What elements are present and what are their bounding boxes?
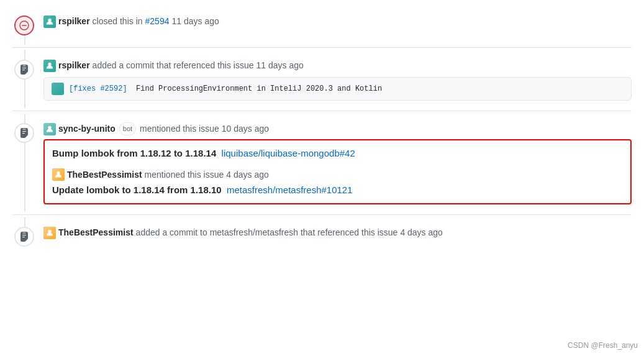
commit-ref-event: TheBestPessimist added a commit to metas… <box>12 217 632 256</box>
divider-3 <box>12 214 632 215</box>
commit-ref-icon <box>19 232 29 242</box>
commit-icon <box>19 65 29 75</box>
sub-mention-header: TheBestPessimist mentioned this issue 4 … <box>52 168 623 181</box>
avatar-best-1 <box>52 168 65 181</box>
update-text: Update lombok to 1.18.14 from 1.18.10 <box>52 185 222 195</box>
actor-name-2: rspilker <box>58 59 90 72</box>
closed-time: 11 days ago <box>171 15 219 28</box>
closed-circle <box>14 16 34 35</box>
commit-action: added a commit that referenced this issu… <box>93 59 254 72</box>
commit-ref-icon-wrapper <box>12 225 36 249</box>
mention-event: sync-by-unito bot mentioned this issue 1… <box>12 114 632 212</box>
avatar-best-2 <box>43 227 56 239</box>
actor-sync: sync-by-unito <box>58 122 116 135</box>
mention-icon-wrapper <box>12 121 36 145</box>
mention-icon <box>19 128 29 138</box>
closed-ref-link[interactable]: #2594 <box>145 15 170 28</box>
sub-time: 4 days ago <box>226 170 269 180</box>
commit-avatar <box>52 83 64 95</box>
fixes-link[interactable]: [fixes #2592] <box>69 84 127 93</box>
commit-ref-header: TheBestPessimist added a commit to metas… <box>43 226 632 239</box>
commit-header: rspilker added a commit that referenced … <box>43 59 632 72</box>
mention-circle <box>14 123 34 143</box>
avatar-rspilker-1 <box>43 16 56 28</box>
bump-mention: Bump lombok from 1.18.12 to 1.18.14 liqu… <box>52 147 623 161</box>
no-entry-icon <box>19 21 29 30</box>
commit-ref-action: added a commit to metasfresh/metasfresh … <box>136 226 398 239</box>
commit-icon-wrapper <box>12 58 36 81</box>
commit-ref-time: 4 days ago <box>400 226 443 239</box>
commit-ref-content: TheBestPessimist added a commit to metas… <box>43 225 632 239</box>
closed-event: rspilker closed this in #2594 11 days ag… <box>12 6 632 45</box>
sub-action: mentioned this issue <box>145 170 224 180</box>
commit-content: rspilker added a commit that referenced … <box>43 58 632 101</box>
actor-best: TheBestPessimist <box>58 226 134 239</box>
mention-time: 10 days ago <box>222 122 269 135</box>
svg-rect-1 <box>22 25 27 26</box>
bump-link[interactable]: liquibase/liquibase-mongodb#42 <box>222 148 355 158</box>
commit-time: 11 days ago <box>256 59 304 72</box>
closed-header: rspilker closed this in #2594 11 days ag… <box>43 15 632 28</box>
update-mention: Update lombok to 1.18.14 from 1.18.10 me… <box>52 183 623 198</box>
divider-1 <box>12 47 632 48</box>
closed-icon-wrapper <box>12 14 36 37</box>
commit-event: rspilker added a commit that referenced … <box>12 50 632 108</box>
commit-ref-circle <box>14 227 34 247</box>
mention-action: mentioned this issue <box>140 122 219 135</box>
sub-actor: TheBestPessimist <box>67 170 142 180</box>
divider-2 <box>12 111 632 111</box>
sub-mention: TheBestPessimist mentioned this issue 4 … <box>52 168 623 198</box>
mention-header: sync-by-unito bot mentioned this issue 1… <box>43 122 632 135</box>
commit-box: [fixes #2592] Find ProcessingEnvironment… <box>43 77 632 101</box>
update-link[interactable]: metasfresh/metasfresh#10121 <box>227 185 353 195</box>
mention-content-wrapper: sync-by-unito bot mentioned this issue 1… <box>43 121 632 204</box>
bump-text: Bump lombok from 1.18.12 to 1.18.14 <box>52 148 216 158</box>
bot-badge: bot <box>119 122 136 135</box>
commit-circle <box>14 60 34 80</box>
actor-name-1: rspilker <box>58 15 90 28</box>
avatar-rspilker-2 <box>43 60 56 72</box>
commit-message: [fixes #2592] Find ProcessingEnvironment… <box>69 84 382 93</box>
highlight-box: Bump lombok from 1.18.12 to 1.18.14 liqu… <box>43 139 632 204</box>
commit-body: Find ProcessingEnvironment in InteliJ 20… <box>136 84 382 93</box>
closed-content: rspilker closed this in #2594 11 days ag… <box>43 14 632 28</box>
timeline-container: rspilker closed this in #2594 11 days ag… <box>0 0 644 262</box>
closed-action: closed this in <box>93 15 143 28</box>
avatar-sync <box>43 123 56 135</box>
